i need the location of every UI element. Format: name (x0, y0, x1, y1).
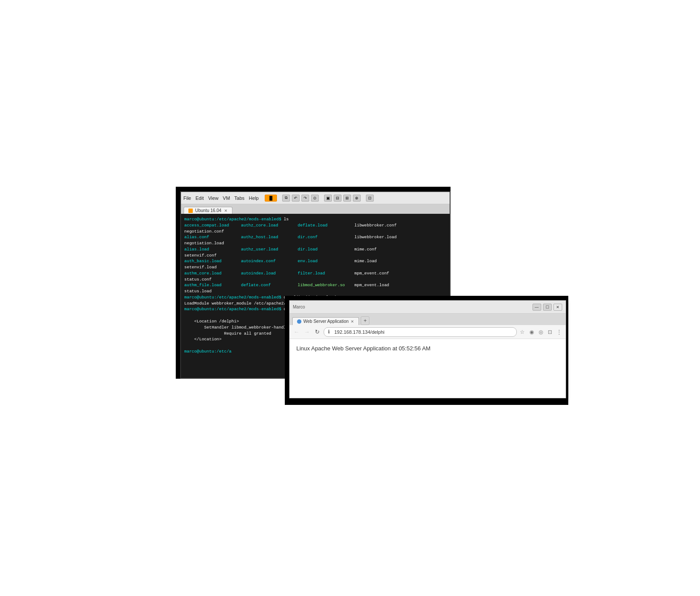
browser-tab-close[interactable]: ✕ (351, 319, 354, 324)
cmd-1: ls (284, 217, 289, 222)
ls-col-1-3: deflate.load (298, 223, 355, 229)
ls-col-3-5: setenvif.conf (184, 253, 241, 259)
address-input[interactable] (324, 327, 517, 337)
toolbar-icon-4[interactable]: ⊙ (311, 195, 319, 202)
terminal-toolbar: ▐▌ ⧉ ↶ ↷ ⊙ ▣ ⊟ ⊞ ⊗ ⊡ (265, 195, 374, 202)
terminal-ls-row4: auth_basic.load autoindex.conf env.load … (184, 258, 446, 271)
ls-col-2-2: authz_host.load (241, 234, 298, 240)
ls-col-4-2: autoindex.conf (241, 258, 298, 264)
browser-addressbar: ← → ↻ ℹ ☆ ◉ ◎ ⊡ ⋮ (290, 325, 566, 339)
ls-col-1-4: libwebbroker.conf (355, 223, 411, 229)
browser-tab-label: Web Server Application (304, 319, 349, 324)
ls-col-6-3: libmod_webbroker.so (298, 282, 355, 288)
ls-col-2-3: dir.conf (298, 234, 355, 240)
terminal-tab-close[interactable]: ✕ (224, 209, 228, 213)
sethandler-line: SetHandler libmod_webbroker-handler (184, 325, 291, 330)
browser-action-icons: ☆ ◉ ◎ ⊡ ⋮ (519, 328, 563, 336)
ls-col-6-2: deflate.conf (241, 282, 298, 288)
browser-tabs-bar: Web Server Application ✕ + (290, 314, 566, 325)
menu-vm[interactable]: VM (223, 195, 230, 201)
ls-col-2-4: libwebbroker.load (355, 234, 411, 240)
terminal-tab-label: Ubuntu 16.04 (195, 208, 222, 213)
ubuntu-tab-icon (188, 209, 193, 213)
menu-view[interactable]: View (208, 195, 219, 201)
toolbar-icon-orange[interactable]: ▐▌ (265, 195, 277, 202)
ls-col-1-1: access_compat.load (184, 223, 241, 229)
browser-tab-main[interactable]: Web Server Application ✕ (292, 317, 359, 325)
location-tag: <Location /delphi> (184, 319, 239, 324)
ls-col-4-5: setenvif.load (184, 264, 241, 271)
toolbar-icon-3[interactable]: ↷ (301, 195, 309, 202)
menu-icon[interactable]: ⋮ (555, 328, 563, 336)
extension-icon-3[interactable]: ⊡ (546, 328, 554, 336)
browser-content: Linux Apache Web Server Application at 0… (290, 339, 566, 398)
terminal-line-1: marco@ubuntu:/etc/apache2/mods-enabled$ … (184, 216, 446, 223)
location-end-tag: </Location> (184, 337, 222, 342)
browser-user-label: Marco (293, 305, 305, 309)
bookmark-icon[interactable]: ☆ (519, 328, 526, 336)
toolbar-icon-7[interactable]: ⊞ (343, 195, 351, 202)
menu-file[interactable]: File (184, 195, 191, 201)
close-button[interactable]: ✕ (553, 304, 562, 311)
ls-col-4-4: mime.load (355, 258, 411, 264)
ls-col-5-1: authm_core.load (184, 271, 241, 277)
ls-col-4-1: auth_basic.load (184, 258, 241, 264)
ls-col-2-1: alias.conf (184, 234, 241, 240)
terminal-titlebar: File Edit View VM Tabs Help ▐▌ ⧉ ↶ ↷ ⊙ ▣… (181, 192, 450, 204)
extension-icon-2[interactable]: ◎ (537, 328, 545, 336)
menu-tabs[interactable]: Tabs (234, 195, 244, 201)
ls-col-3-4: mime.conf (355, 247, 411, 253)
menu-help[interactable]: Help (249, 195, 259, 201)
extension-icon-1[interactable]: ◉ (528, 328, 536, 336)
terminal-ls-row6: authm_file.load deflate.conf libmod_webb… (184, 282, 446, 295)
forward-button[interactable]: → (303, 328, 311, 336)
require-line: Require all granted (184, 331, 272, 336)
terminal-ls-row3: alias.load authz_user.load dir.load mime… (184, 247, 446, 259)
new-tab-button[interactable]: + (361, 316, 369, 325)
toolbar-icon-8[interactable]: ⊗ (353, 195, 361, 202)
browser-win-controls[interactable]: — ☐ ✕ (533, 304, 562, 311)
ls-col-1-2: authz_core.load (241, 223, 298, 229)
ls-col-3-1: alias.load (184, 247, 241, 253)
page-content-text: Linux Apache Web Server Application at 0… (297, 345, 431, 352)
ls-col-1-5: negotiation.conf (184, 229, 241, 235)
ls-col-6-5: status.load (184, 288, 241, 295)
terminal-ls-row5: authm_core.load autoindex.load filter.lo… (184, 271, 446, 283)
toolbar-icon-9[interactable]: ⊡ (366, 195, 374, 202)
ls-col-5-3: filter.load (298, 271, 355, 277)
terminal-tab-ubuntu[interactable]: Ubuntu 16.04 ✕ (184, 207, 232, 214)
prompt-1: marco@ubuntu:/etc/apache2/mods-enabled$ (184, 217, 284, 222)
back-button[interactable]: ← (292, 328, 301, 336)
ls-col-5-2: autoindex.load (241, 271, 298, 277)
browser-tab-favicon (297, 319, 301, 324)
ls-col-3-3: dir.load (298, 247, 355, 253)
browser-window: Marco — ☐ ✕ Web Server Application ✕ + ←… (289, 300, 566, 398)
ls-col-5-4: mpm_event.conf (355, 271, 411, 277)
prompt-4: marco@ubuntu:/etc/a (184, 349, 232, 354)
minimize-button[interactable]: — (533, 304, 541, 311)
ls-col-4-3: env.load (298, 258, 355, 264)
terminal-tabs-bar: Ubuntu 16.04 ✕ (181, 204, 450, 214)
prompt-2: marco@ubuntu:/etc/apache2/mods-enabled$ (184, 295, 284, 300)
terminal-ls-output: access_compat.load authz_core.load defla… (184, 223, 446, 235)
terminal-ls-row2: alias.conf authz_host.load dir.conf libw… (184, 234, 446, 247)
ls-col-6-1: authm_file.load (184, 282, 241, 288)
ls-col-6-4: mpm_event.load (355, 282, 411, 288)
prompt-3: marco@ubuntu:/etc/apache2/mods-enabled$ (184, 307, 284, 312)
toolbar-icon-2[interactable]: ↶ (292, 195, 300, 202)
ls-col-2-5: negotiation.load (184, 240, 241, 247)
terminal-menu[interactable]: File Edit View VM Tabs Help (184, 195, 259, 201)
security-icon: ℹ (328, 329, 330, 335)
toolbar-icon-6[interactable]: ⊟ (334, 195, 341, 202)
ls-col-5-5: status.conf (184, 277, 241, 283)
ls-col-3-2: authz_user.load (241, 247, 298, 253)
browser-titlebar: Marco — ☐ ✕ (290, 301, 566, 314)
toolbar-icon-1[interactable]: ⧉ (282, 195, 290, 202)
menu-edit[interactable]: Edit (195, 195, 204, 201)
maximize-button[interactable]: ☐ (543, 304, 552, 311)
toolbar-icon-5[interactable]: ▣ (324, 195, 332, 202)
refresh-button[interactable]: ↻ (313, 328, 322, 336)
